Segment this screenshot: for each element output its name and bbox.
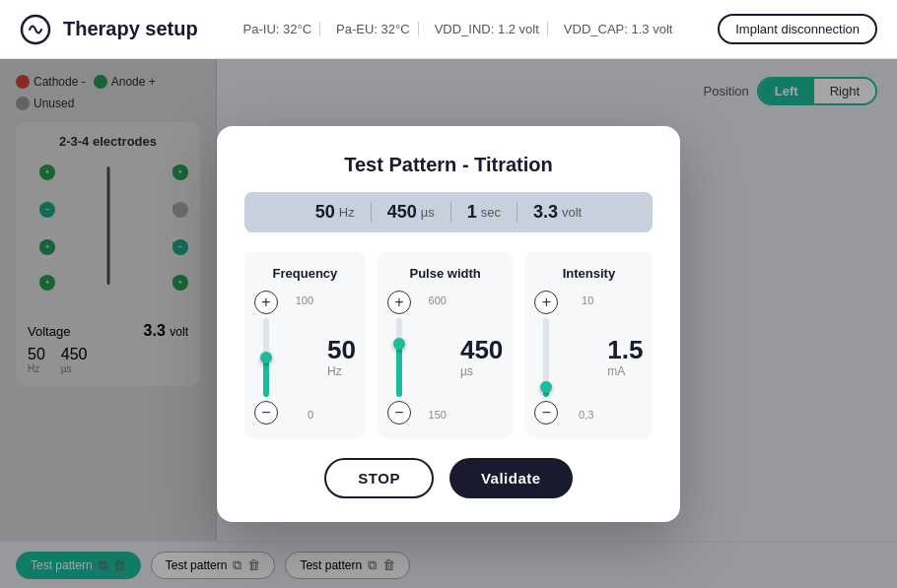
summary-pulse-unit: µs [421,205,435,220]
page-title: Therapy setup [63,18,198,40]
pulse-minus-button[interactable]: − [387,401,411,425]
intensity-minus-button[interactable]: − [534,401,558,425]
frequency-value: 50 [327,337,356,362]
summary-dur-val: 1 [467,202,477,223]
stat-vdd-cap: VDD_CAP: 1.3 volt [556,22,681,36]
frequency-value-area: 50 Hz [321,291,356,425]
pulse-track[interactable] [396,318,402,397]
validate-button[interactable]: Validate [449,458,573,498]
pulse-max-label: 600 [429,294,447,306]
frequency-min-label: 0 [308,409,313,421]
summary-freq-unit: Hz [339,205,355,220]
intensity-thumb [540,381,552,393]
intensity-plus-button[interactable]: + [534,291,558,314]
intensity-column: Intensity + − 10 0,3 [524,252,653,438]
pulse-width-header: Pulse width [410,266,481,281]
frequency-fill [263,358,269,397]
slider-columns: Frequency + − 100 0 [244,252,653,438]
pulse-value-area: 450 µs [454,291,503,425]
stop-button[interactable]: STOP [324,458,434,498]
frequency-thumb [260,352,272,363]
frequency-header: Frequency [273,266,338,281]
stat-vdd-ind: VDD_IND: 1.2 volt [427,22,548,36]
summary-bar: 50 Hz 450 µs 1 sec 3.3 volt [244,192,653,232]
intensity-track[interactable] [543,318,549,397]
summary-freq-val: 50 [315,202,335,223]
summary-dur: 1 sec [451,202,518,223]
intensity-unit: mA [607,364,625,378]
summary-freq: 50 Hz [300,202,372,223]
summary-volt-unit: volt [562,205,582,220]
frequency-track-wrap: + − [254,291,278,425]
intensity-min-label: 0,3 [579,409,593,421]
summary-dur-unit: sec [481,205,501,220]
intensity-labels: 10 0,3 [566,291,593,425]
frequency-max-label: 100 [296,294,313,306]
pulse-slider-container: + − 600 150 450 [387,291,503,425]
intensity-slider-container: + − 10 0,3 1.5 [534,291,643,425]
pulse-labels: 600 150 [419,291,447,425]
frequency-labels: 100 0 [286,291,313,425]
header-stats: Pa-IU: 32°C Pa-EU: 32°C VDD_IND: 1.2 vol… [236,22,681,36]
stat-pa-iu: Pa-IU: 32°C [236,22,321,36]
titration-modal: Test Pattern - Titration 50 Hz 450 µs 1 … [217,126,680,522]
pulse-thumb [393,338,405,350]
main-area: Cathode - Anode + Unused 2-3-4 electrode… [0,59,897,588]
frequency-minus-button[interactable]: − [254,401,278,425]
pulse-fill [396,344,402,397]
pulse-unit: µs [460,364,473,378]
intensity-max-label: 10 [582,294,593,306]
modal-actions: STOP Validate [244,458,653,498]
pulse-min-label: 150 [429,409,447,421]
stat-pa-eu: Pa-EU: 32°C [328,22,419,36]
pulse-width-column: Pulse width + − 600 150 [378,252,513,438]
implant-disconnection-button[interactable]: Implant disconnection [718,14,877,44]
pulse-plus-button[interactable]: + [387,291,411,314]
modal-overlay: Test Pattern - Titration 50 Hz 450 µs 1 … [0,59,897,588]
header-left: Therapy setup [20,14,198,45]
intensity-header: Intensity [563,266,615,281]
frequency-slider-container: + − 100 0 50 H [254,291,356,425]
frequency-track[interactable] [263,318,269,397]
summary-pulse-val: 450 [387,202,417,223]
modal-title: Test Pattern - Titration [244,154,653,176]
app-logo [20,14,51,45]
intensity-value: 1.5 [607,337,643,362]
summary-volt: 3.3 volt [518,202,597,223]
pulse-track-wrap: + − [387,291,411,425]
summary-pulse: 450 µs [372,202,451,223]
frequency-plus-button[interactable]: + [254,291,278,314]
pulse-value: 450 [460,337,503,362]
frequency-column: Frequency + − 100 0 [244,252,366,438]
summary-volt-val: 3.3 [533,202,558,223]
frequency-unit: Hz [327,364,342,378]
intensity-value-area: 1.5 mA [601,291,643,425]
intensity-track-wrap: + − [534,291,558,425]
app-header: Therapy setup Pa-IU: 32°C Pa-EU: 32°C VD… [0,0,897,59]
